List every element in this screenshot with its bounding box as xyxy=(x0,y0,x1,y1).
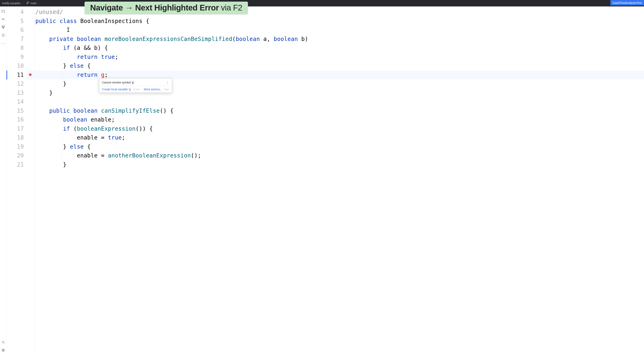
error-symbol[interactable]: g xyxy=(101,72,104,78)
code-line: enable = anotherBooleanExpression(); xyxy=(26,151,644,160)
error-icon[interactable] xyxy=(29,73,32,76)
code-line: boolean enable; xyxy=(26,115,644,124)
svg-point-2 xyxy=(28,2,29,3)
code-line: private boolean moreBooleanExpressionsCa… xyxy=(26,35,644,44)
shortcut-label: ⌥⇧↩ xyxy=(133,88,140,91)
line-number: 5 xyxy=(6,17,26,26)
code-line xyxy=(26,97,644,106)
svg-rect-4 xyxy=(2,26,3,27)
quickfix-create-variable[interactable]: Create local variable 'g' xyxy=(102,88,131,91)
structure-icon[interactable] xyxy=(2,25,5,29)
quickfix-more-actions[interactable]: More actions... xyxy=(144,88,162,91)
line-number: 12 xyxy=(6,79,26,89)
tip-rest: via F2 xyxy=(219,3,242,12)
file-badge[interactable]: DataFlowAnalysisTest xyxy=(610,0,644,6)
code-line: } else { xyxy=(26,62,644,71)
line-number: 8 xyxy=(6,44,26,53)
code-line: return true; xyxy=(26,53,644,62)
project-selector[interactable]: intellij-samples ⌄ xyxy=(2,2,23,5)
line-number: 13 xyxy=(6,89,26,98)
project-icon[interactable] xyxy=(2,9,5,13)
project-name: intellij-samples xyxy=(2,2,20,5)
line-number: 7 xyxy=(6,35,26,44)
branch-icon xyxy=(26,2,30,5)
line-number: 15 xyxy=(6,106,26,115)
line-number: 17 xyxy=(6,124,26,133)
tip-arrow: → xyxy=(125,3,133,12)
tip-bold2: Next Highlighted Error xyxy=(135,3,219,12)
line-number: 11 xyxy=(6,71,26,80)
tooltip-title: Cannot resolve symbol 'g' xyxy=(102,81,134,84)
svg-point-0 xyxy=(27,2,28,3)
line-number: 9 xyxy=(6,53,26,62)
code-area[interactable]: /unused/ public class BooleanInspections… xyxy=(26,7,644,354)
code-line: if (booleanExpression()) { xyxy=(26,124,644,133)
line-number: 6 xyxy=(6,26,26,35)
more-icon[interactable]: ⋯ xyxy=(2,42,5,45)
code-line: public class BooleanInspections { xyxy=(26,17,644,26)
svg-rect-6 xyxy=(2,28,4,29)
line-number: 14 xyxy=(6,97,26,106)
search-icon[interactable] xyxy=(2,340,5,344)
tip-banner: Navigate → Next Highlighted Error via F2 xyxy=(84,2,248,14)
svg-point-1 xyxy=(27,3,28,4)
bookmarks-icon[interactable] xyxy=(2,34,5,37)
error-tooltip: Cannot resolve symbol 'g' ⋯ Create local… xyxy=(99,78,172,93)
chevron-down-icon: ⌄ xyxy=(22,2,23,5)
svg-point-3 xyxy=(2,19,4,20)
line-number: 19 xyxy=(6,142,26,151)
code-line: public boolean canSimplifyIfElse() { xyxy=(26,106,644,115)
code-line: enable = true; xyxy=(26,133,644,142)
line-number: 10 xyxy=(6,62,26,71)
line-number: 4 xyxy=(6,8,26,17)
left-tool-rail: ⋯ xyxy=(0,7,6,354)
code-line: } xyxy=(26,160,644,169)
svg-point-7 xyxy=(2,341,4,343)
branch-selector[interactable]: main ⌄ xyxy=(26,2,40,5)
svg-rect-5 xyxy=(4,26,5,27)
commit-icon[interactable] xyxy=(2,17,5,21)
code-line: } else { xyxy=(26,142,644,151)
editor[interactable]: 4 5 6 7 8 9 10 11 12 13 14 15 16 17 18 1… xyxy=(6,7,644,354)
line-number: 20 xyxy=(6,151,26,160)
layers-icon[interactable] xyxy=(2,348,5,352)
shortcut-label: ⌥↩ xyxy=(164,88,169,91)
line-number: 21 xyxy=(6,160,26,169)
chevron-down-icon: ⌄ xyxy=(38,2,40,5)
text-caret: I xyxy=(66,27,70,33)
branch-name: main xyxy=(30,2,37,5)
gutter: 4 5 6 7 8 9 10 11 12 13 14 15 16 17 18 1… xyxy=(6,7,26,354)
active-line-marker xyxy=(6,71,7,80)
line-number: 18 xyxy=(6,133,26,142)
line-number: 16 xyxy=(6,115,26,124)
code-line: I xyxy=(26,26,644,35)
more-icon[interactable]: ⋯ xyxy=(166,81,170,84)
tip-bold1: Navigate xyxy=(90,3,123,12)
code-line: if (a && b) { xyxy=(26,44,644,53)
